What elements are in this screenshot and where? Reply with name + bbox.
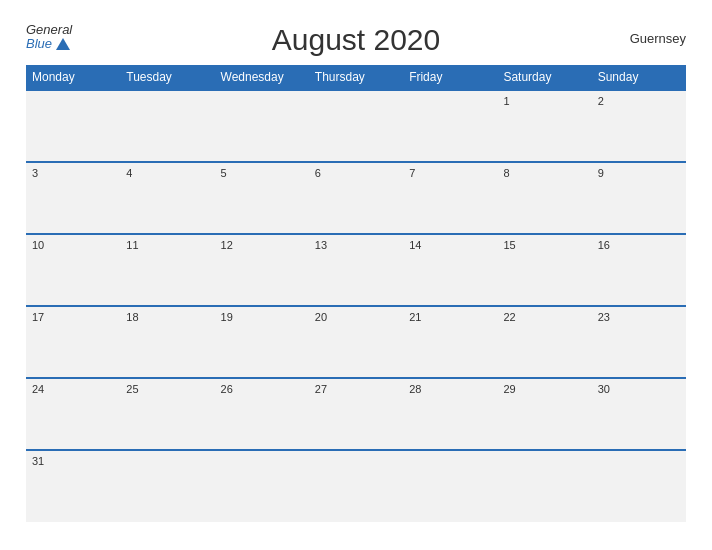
calendar-day-cell — [120, 450, 214, 522]
calendar-day-cell: 18 — [120, 306, 214, 378]
calendar-day-cell: 3 — [26, 162, 120, 234]
calendar-day-cell: 17 — [26, 306, 120, 378]
calendar-title: August 2020 — [272, 23, 440, 57]
calendar-day-cell: 31 — [26, 450, 120, 522]
calendar-day-cell: 20 — [309, 306, 403, 378]
day-number: 15 — [503, 239, 515, 251]
calendar-day-cell — [403, 450, 497, 522]
calendar-day-cell: 27 — [309, 378, 403, 450]
header-monday: Monday — [26, 65, 120, 90]
day-number: 29 — [503, 383, 515, 395]
day-number: 22 — [503, 311, 515, 323]
calendar-day-cell: 13 — [309, 234, 403, 306]
header-sunday: Sunday — [592, 65, 686, 90]
day-number: 8 — [503, 167, 509, 179]
day-number: 21 — [409, 311, 421, 323]
day-number: 18 — [126, 311, 138, 323]
day-number: 28 — [409, 383, 421, 395]
header-thursday: Thursday — [309, 65, 403, 90]
calendar-grid: Monday Tuesday Wednesday Thursday Friday… — [26, 65, 686, 522]
day-number: 1 — [503, 95, 509, 107]
calendar-day-cell — [497, 450, 591, 522]
day-number: 17 — [32, 311, 44, 323]
calendar-week-row: 10111213141516 — [26, 234, 686, 306]
calendar-day-cell: 11 — [120, 234, 214, 306]
calendar-week-row: 24252627282930 — [26, 378, 686, 450]
logo-blue-text: Blue — [26, 37, 72, 51]
calendar-week-row: 17181920212223 — [26, 306, 686, 378]
day-number: 27 — [315, 383, 327, 395]
calendar-day-cell — [215, 450, 309, 522]
day-number: 23 — [598, 311, 610, 323]
calendar-week-row: 12 — [26, 90, 686, 162]
calendar-day-cell: 9 — [592, 162, 686, 234]
day-number: 11 — [126, 239, 138, 251]
day-number: 30 — [598, 383, 610, 395]
calendar-week-row: 3456789 — [26, 162, 686, 234]
day-number: 4 — [126, 167, 132, 179]
calendar: General Blue August 2020 Guernsey Monday… — [11, 13, 701, 537]
day-number: 13 — [315, 239, 327, 251]
calendar-day-cell: 6 — [309, 162, 403, 234]
day-number: 16 — [598, 239, 610, 251]
calendar-day-cell — [592, 450, 686, 522]
day-number: 6 — [315, 167, 321, 179]
calendar-day-cell: 4 — [120, 162, 214, 234]
calendar-day-cell: 7 — [403, 162, 497, 234]
calendar-day-cell: 26 — [215, 378, 309, 450]
calendar-day-cell — [403, 90, 497, 162]
calendar-day-cell: 2 — [592, 90, 686, 162]
day-number: 2 — [598, 95, 604, 107]
header-tuesday: Tuesday — [120, 65, 214, 90]
logo: General Blue — [26, 23, 72, 52]
calendar-day-cell: 8 — [497, 162, 591, 234]
logo-general-text: General — [26, 23, 72, 37]
calendar-day-cell: 21 — [403, 306, 497, 378]
calendar-day-cell: 12 — [215, 234, 309, 306]
calendar-week-row: 31 — [26, 450, 686, 522]
calendar-day-cell: 25 — [120, 378, 214, 450]
day-number: 7 — [409, 167, 415, 179]
day-number: 10 — [32, 239, 44, 251]
day-number: 26 — [221, 383, 233, 395]
calendar-day-cell: 29 — [497, 378, 591, 450]
calendar-day-cell: 22 — [497, 306, 591, 378]
header-wednesday: Wednesday — [215, 65, 309, 90]
day-number: 19 — [221, 311, 233, 323]
calendar-day-cell: 30 — [592, 378, 686, 450]
day-number: 25 — [126, 383, 138, 395]
weekday-header-row: Monday Tuesday Wednesday Thursday Friday… — [26, 65, 686, 90]
calendar-day-cell: 28 — [403, 378, 497, 450]
calendar-day-cell — [26, 90, 120, 162]
calendar-day-cell: 10 — [26, 234, 120, 306]
day-number: 3 — [32, 167, 38, 179]
calendar-day-cell — [309, 90, 403, 162]
header-saturday: Saturday — [497, 65, 591, 90]
calendar-day-cell: 23 — [592, 306, 686, 378]
calendar-header: General Blue August 2020 Guernsey — [26, 23, 686, 57]
calendar-day-cell — [309, 450, 403, 522]
calendar-day-cell: 24 — [26, 378, 120, 450]
day-number: 9 — [598, 167, 604, 179]
calendar-day-cell: 19 — [215, 306, 309, 378]
day-number: 5 — [221, 167, 227, 179]
calendar-day-cell: 5 — [215, 162, 309, 234]
day-number: 14 — [409, 239, 421, 251]
logo-triangle-icon — [56, 38, 70, 50]
day-number: 12 — [221, 239, 233, 251]
header-friday: Friday — [403, 65, 497, 90]
calendar-day-cell: 16 — [592, 234, 686, 306]
calendar-day-cell: 1 — [497, 90, 591, 162]
calendar-day-cell — [215, 90, 309, 162]
calendar-day-cell: 14 — [403, 234, 497, 306]
calendar-day-cell — [120, 90, 214, 162]
day-number: 31 — [32, 455, 44, 467]
region-label: Guernsey — [630, 31, 686, 46]
calendar-day-cell: 15 — [497, 234, 591, 306]
day-number: 20 — [315, 311, 327, 323]
day-number: 24 — [32, 383, 44, 395]
